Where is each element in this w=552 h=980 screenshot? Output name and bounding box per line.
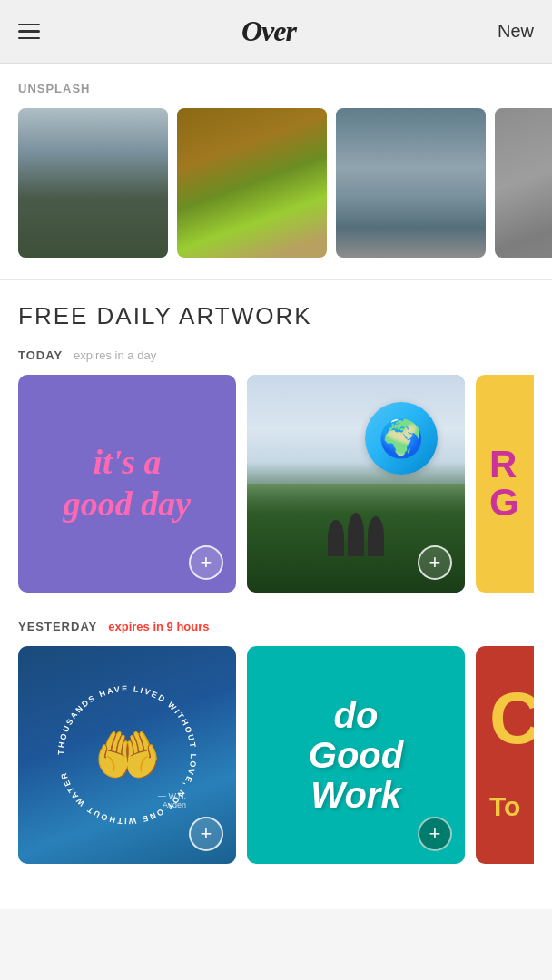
- card-dogoodwork[interactable]: doGoodWork +: [247, 646, 465, 864]
- card-yellow-text: RG: [489, 446, 519, 522]
- yesterday-expires: expires in 9 hours: [108, 620, 209, 633]
- circular-text-container: THOUSANDS HAVE LIVED WITHOUT LOVE, NOT O…: [45, 673, 209, 837]
- water-quote-author: — W.H.Auden: [158, 791, 186, 809]
- dogoodwork-text: doGoodWork: [309, 695, 403, 815]
- add-button-dogoodwork[interactable]: +: [418, 817, 452, 851]
- yesterday-label-row: YESTERDAY expires in 9 hours: [18, 620, 534, 633]
- card-red-text: CTo: [489, 682, 534, 828]
- hand-icon: 🤲: [94, 723, 162, 788]
- today-artwork-scroll: it's agood day + 🌍 + RG: [18, 375, 534, 593]
- add-button-water[interactable]: +: [189, 817, 223, 851]
- yesterday-artwork-scroll: THOUSANDS HAVE LIVED WITHOUT LOVE, NOT O…: [18, 646, 534, 864]
- unsplash-scroll: [18, 108, 552, 258]
- unsplash-label: UNSPLASH: [18, 82, 552, 95]
- card-yellow-partial[interactable]: RG: [476, 375, 534, 593]
- unsplash-photo-rock[interactable]: [495, 108, 552, 258]
- menu-button[interactable]: [18, 24, 40, 40]
- section-divider: [0, 279, 552, 280]
- card-itsagoodday-text: it's agood day: [54, 433, 200, 534]
- today-expires: expires in a day: [74, 348, 156, 362]
- people-silhouette: [328, 513, 384, 556]
- main-content: UNSPLASH FREE DAILY ARTWORK TODAY expire…: [0, 64, 552, 909]
- yesterday-label: YESTERDAY: [18, 620, 97, 633]
- app-title: Over: [242, 15, 296, 48]
- unsplash-photo-knit[interactable]: [177, 108, 327, 258]
- artwork-section: FREE DAILY ARTWORK TODAY expires in a da…: [0, 302, 552, 864]
- card-red-partial[interactable]: CTo: [476, 646, 534, 864]
- unsplash-section: UNSPLASH: [0, 64, 552, 258]
- today-label: TODAY: [18, 348, 63, 362]
- card-water-quote[interactable]: THOUSANDS HAVE LIVED WITHOUT LOVE, NOT O…: [18, 646, 236, 864]
- card-photo-people[interactable]: 🌍 +: [247, 375, 465, 593]
- new-button[interactable]: New: [498, 21, 534, 42]
- artwork-title: FREE DAILY ARTWORK: [18, 302, 534, 330]
- card-itsagoodday[interactable]: it's agood day +: [18, 375, 236, 593]
- today-label-row: TODAY expires in a day: [18, 348, 534, 362]
- unsplash-photo-forest[interactable]: [18, 108, 168, 258]
- add-button-itsagoodday[interactable]: +: [189, 545, 223, 580]
- add-button-photo[interactable]: +: [418, 545, 452, 580]
- unsplash-photo-boat[interactable]: [336, 108, 486, 258]
- header: Over New: [0, 0, 552, 64]
- globe-sticker: 🌍: [365, 402, 438, 475]
